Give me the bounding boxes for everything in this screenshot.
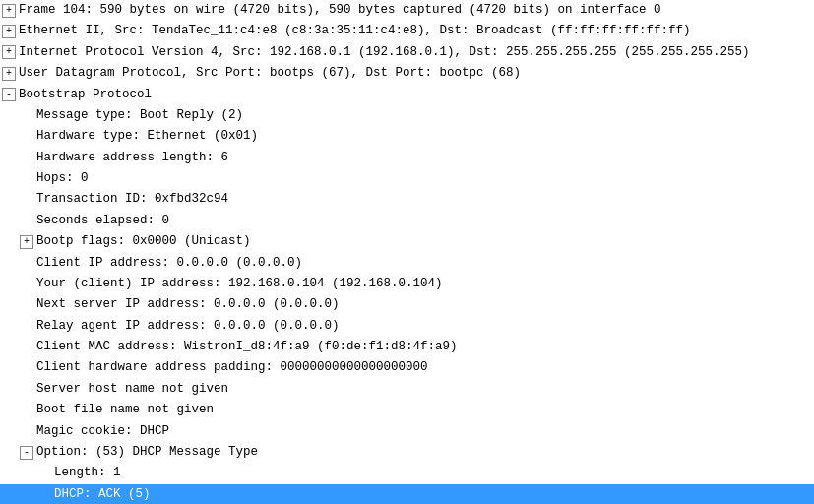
tree-row[interactable]: Magic cookie: DHCP [0, 421, 814, 442]
row-text: Your (client) IP address: 192.168.0.104 … [36, 275, 443, 293]
expand-icon[interactable]: + [2, 4, 16, 18]
tree-row[interactable]: Next server IP address: 0.0.0.0 (0.0.0.0… [0, 294, 814, 315]
row-text: Client IP address: 0.0.0.0 (0.0.0.0) [36, 254, 302, 273]
packet-tree: +Frame 104: 590 bytes on wire (4720 bits… [0, 0, 814, 504]
row-text: Option: (53) DHCP Message Type [36, 443, 258, 462]
tree-row[interactable]: +Ethernet II, Src: TendaTec_11:c4:e8 (c8… [0, 21, 814, 41]
row-text: Transaction ID: 0xfbd32c94 [36, 190, 228, 209]
tree-row[interactable]: -Option: (53) DHCP Message Type [0, 442, 814, 463]
tree-row[interactable]: Client hardware address padding: 0000000… [0, 357, 814, 378]
tree-row[interactable]: Client IP address: 0.0.0.0 (0.0.0.0) [0, 253, 814, 274]
row-text: Internet Protocol Version 4, Src: 192.16… [19, 43, 750, 62]
tree-row[interactable]: DHCP: ACK (5) [0, 484, 814, 504]
tree-row[interactable]: +Frame 104: 590 bytes on wire (4720 bits… [0, 0, 814, 21]
tree-row[interactable]: +Bootp flags: 0x0000 (Unicast) [0, 231, 814, 252]
tree-row[interactable]: Hardware address length: 6 [0, 148, 814, 168]
tree-row[interactable]: Boot file name not given [0, 400, 814, 420]
row-text: Relay agent IP address: 0.0.0.0 (0.0.0.0… [36, 317, 340, 336]
tree-row[interactable]: Transaction ID: 0xfbd32c94 [0, 189, 814, 210]
expand-icon[interactable]: + [2, 25, 16, 38]
row-text: Server host name not given [36, 380, 228, 399]
row-text: Client MAC address: WistronI_d8:4f:a9 (f… [36, 338, 458, 356]
row-text: Hardware address length: 6 [36, 149, 228, 167]
row-text: DHCP: ACK (5) [54, 485, 151, 504]
row-text: Bootstrap Protocol [19, 86, 152, 104]
collapse-icon[interactable]: - [20, 446, 33, 460]
tree-row[interactable]: Server host name not given [0, 379, 814, 400]
tree-row[interactable]: Client MAC address: WistronI_d8:4f:a9 (f… [0, 337, 814, 357]
tree-row[interactable]: Hardware type: Ethernet (0x01) [0, 126, 814, 147]
expand-icon[interactable]: + [2, 67, 16, 81]
tree-row[interactable]: +User Datagram Protocol, Src Port: bootp… [0, 63, 814, 84]
row-text: Boot file name not given [36, 401, 214, 419]
tree-row[interactable]: Message type: Boot Reply (2) [0, 105, 814, 126]
row-text: Bootp flags: 0x0000 (Unicast) [36, 232, 251, 251]
row-text: Message type: Boot Reply (2) [36, 106, 243, 125]
row-text: Next server IP address: 0.0.0.0 (0.0.0.0… [36, 295, 340, 314]
row-text: Frame 104: 590 bytes on wire (4720 bits)… [19, 1, 661, 20]
collapse-icon[interactable]: - [2, 88, 16, 101]
tree-row[interactable]: Hops: 0 [0, 168, 814, 189]
row-text: Hardware type: Ethernet (0x01) [36, 127, 258, 146]
tree-row[interactable]: Relay agent IP address: 0.0.0.0 (0.0.0.0… [0, 316, 814, 337]
row-text: Client hardware address padding: 0000000… [36, 358, 428, 377]
expand-icon[interactable]: + [2, 45, 16, 59]
row-text: Length: 1 [54, 464, 121, 482]
tree-row[interactable]: Length: 1 [0, 463, 814, 483]
row-text: Ethernet II, Src: TendaTec_11:c4:e8 (c8:… [19, 22, 691, 40]
tree-row[interactable]: Your (client) IP address: 192.168.0.104 … [0, 274, 814, 294]
row-text: Hops: 0 [36, 169, 89, 188]
row-text: Seconds elapsed: 0 [36, 212, 169, 230]
tree-row[interactable]: +Internet Protocol Version 4, Src: 192.1… [0, 42, 814, 63]
tree-row[interactable]: Seconds elapsed: 0 [0, 211, 814, 231]
tree-row[interactable]: -Bootstrap Protocol [0, 85, 814, 105]
row-text: Magic cookie: DHCP [36, 422, 169, 441]
expand-icon[interactable]: + [20, 235, 33, 249]
row-text: User Datagram Protocol, Src Port: bootps… [19, 64, 521, 83]
